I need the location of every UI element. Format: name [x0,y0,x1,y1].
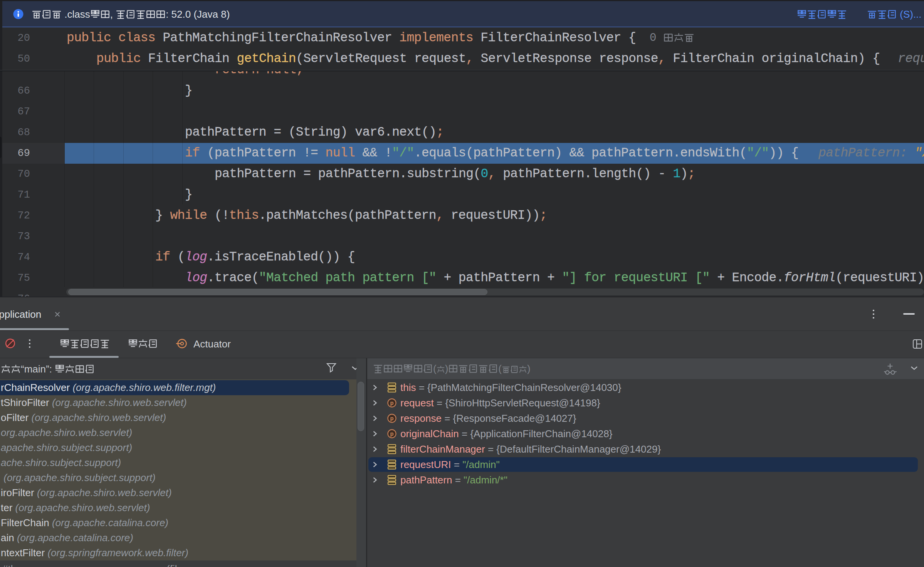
svg-text:p: p [390,415,393,421]
svg-text:p: p [390,431,393,437]
svg-text:p: p [390,400,393,406]
